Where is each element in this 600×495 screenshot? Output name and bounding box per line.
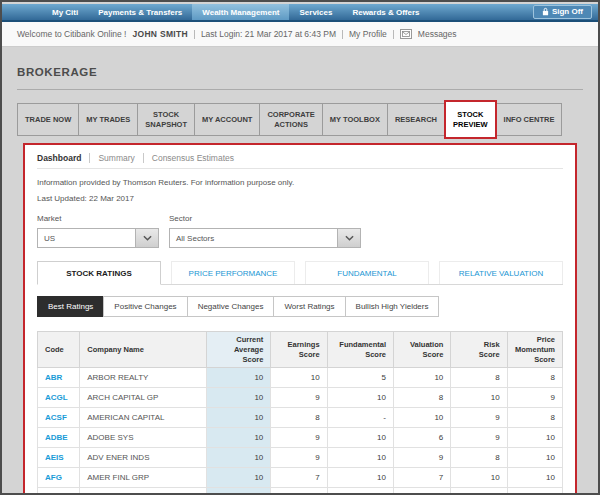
separator xyxy=(194,30,195,39)
score-cell: 10 xyxy=(206,408,270,428)
tab-stock-snapshot[interactable]: STOCK SNAPSHOT xyxy=(137,103,195,136)
column-header-price-momentum-score: Price Momentum Score xyxy=(507,332,562,368)
stock-code-link[interactable]: ADBE xyxy=(38,428,80,448)
score-cell: 9 xyxy=(271,388,327,408)
nav-item-wealth-management[interactable]: Wealth Management xyxy=(192,4,289,20)
top-navigation: My CitiPayments & TransfersWealth Manage… xyxy=(2,4,598,22)
stock-code-link[interactable]: AGM xyxy=(38,488,80,495)
filter-button-worst-ratings[interactable]: Worst Ratings xyxy=(273,296,345,317)
nav-item-rewards-offers[interactable]: Rewards & Offers xyxy=(342,4,429,20)
market-selected-value: US xyxy=(38,229,135,247)
score-cell: 9 xyxy=(507,388,562,408)
score-cell: 8 xyxy=(507,368,562,388)
score-cell: 10 xyxy=(206,368,270,388)
score-cell: 7 xyxy=(394,468,451,488)
table-row: ACSFAMERICAN CAPITAL108-1098 xyxy=(38,408,563,428)
score-cell: 10 xyxy=(394,368,451,388)
messages-link[interactable]: Messages xyxy=(418,29,457,39)
score-cell: 10 xyxy=(206,448,270,468)
score-cell: 10 xyxy=(206,388,270,408)
company-name-cell: ADOBE SYS xyxy=(80,428,207,448)
stock-code-link[interactable]: ABR xyxy=(38,368,80,388)
category-tab-relative-valuation[interactable]: RELATIVE VALUATION xyxy=(439,261,563,284)
tab-corporate-actions[interactable]: CORPORATE ACTIONS xyxy=(259,103,322,136)
welcome-bar: Welcome to Citibank Online ! JOHN SMITH … xyxy=(2,22,598,47)
column-header-code: Code xyxy=(38,332,80,368)
category-tab-stock-ratings[interactable]: STOCK RATINGS xyxy=(37,261,161,285)
table-row: ABRARBOR REALTY101051088 xyxy=(38,368,563,388)
market-label: Market xyxy=(37,214,159,223)
last-login-text: Last Login: 21 Mar 2017 at 6:43 PM xyxy=(201,29,336,39)
subnav-item-summary[interactable]: Summary xyxy=(89,153,142,163)
sector-filter: Sector All Sectors xyxy=(169,214,361,248)
stock-code-link[interactable]: ACGL xyxy=(38,388,80,408)
stock-ratings-table: CodeCompany NameCurrent Average ScoreEar… xyxy=(37,331,563,495)
score-cell: 9 xyxy=(451,428,507,448)
score-cell: 6 xyxy=(451,488,507,495)
score-cell: 10 xyxy=(271,488,327,495)
browser-viewport: My CitiPayments & TransfersWealth Manage… xyxy=(0,0,600,495)
tab-my-toolbox[interactable]: MY TOOLBOX xyxy=(322,103,388,136)
sector-dropdown[interactable]: All Sectors xyxy=(169,228,361,248)
tab-my-trades[interactable]: MY TRADES xyxy=(78,103,138,136)
filters-row: Market US Sector All Sectors xyxy=(37,214,563,248)
market-filter: Market US xyxy=(37,214,159,248)
score-cell: 8 xyxy=(507,408,562,428)
stock-code-link[interactable]: ACSF xyxy=(38,408,80,428)
lock-icon xyxy=(542,7,549,16)
company-name-cell: ARCH CAPITAL GP xyxy=(80,388,207,408)
score-cell: 10 xyxy=(327,468,393,488)
tab-my-account[interactable]: MY ACCOUNT xyxy=(194,103,260,136)
sign-off-button[interactable]: Sign Off xyxy=(533,5,592,19)
filter-button-bullish-high-yielders[interactable]: Bullish High Yielders xyxy=(345,296,440,317)
tab-info-centre[interactable]: INFO CENTRE xyxy=(496,103,563,136)
filter-button-positive-changes[interactable]: Positive Changes xyxy=(103,296,187,317)
messages-icon xyxy=(400,29,412,39)
score-cell: 10 xyxy=(507,428,562,448)
score-cell: 10 xyxy=(327,428,393,448)
table-header-row: CodeCompany NameCurrent Average ScoreEar… xyxy=(38,332,563,368)
page-title: BROKERAGE xyxy=(17,66,583,78)
title-divider xyxy=(17,89,583,90)
stock-preview-panel: DashboardSummaryConsensus Estimates Info… xyxy=(23,143,577,495)
filter-button-best-ratings[interactable]: Best Ratings xyxy=(37,296,104,317)
stock-code-link[interactable]: AFG xyxy=(38,468,80,488)
dashboard-subnav: DashboardSummaryConsensus Estimates xyxy=(37,153,563,169)
nav-item-payments-transfers[interactable]: Payments & Transfers xyxy=(88,4,192,20)
user-name: JOHN SMITH xyxy=(132,29,187,39)
subnav-item-dashboard[interactable]: Dashboard xyxy=(37,153,89,163)
provider-info-text: Information provided by Thomson Reuters.… xyxy=(37,178,563,187)
nav-item-services[interactable]: Services xyxy=(289,4,342,20)
nav-spacer xyxy=(430,4,533,20)
sector-selected-value: All Sectors xyxy=(170,229,337,247)
score-cell: 6 xyxy=(394,428,451,448)
tab-trade-now[interactable]: TRADE NOW xyxy=(17,103,79,136)
filter-button-negative-changes[interactable]: Negative Changes xyxy=(187,296,275,317)
column-header-risk-score: Risk Score xyxy=(451,332,507,368)
score-cell: 10 xyxy=(394,488,451,495)
subnav-item-consensus-estimates[interactable]: Consensus Estimates xyxy=(143,153,242,163)
welcome-greeting: Welcome to Citibank Online ! xyxy=(17,29,126,39)
nav-item-my-citi[interactable]: My Citi xyxy=(42,4,88,20)
column-header-earnings-score: Earnings Score xyxy=(271,332,327,368)
my-profile-link[interactable]: My Profile xyxy=(349,29,387,39)
column-header-current-average-score: Current Average Score xyxy=(206,332,270,368)
stock-code-link[interactable]: AEIS xyxy=(38,448,80,468)
score-cell: 10 xyxy=(451,468,507,488)
category-tabs: STOCK RATINGSPRICE PERFORMANCEFUNDAMENTA… xyxy=(37,261,563,285)
rating-filter-buttons: Best RatingsPositive ChangesNegative Cha… xyxy=(37,296,563,317)
tab-research[interactable]: RESEARCH xyxy=(387,103,445,136)
table-row: AGMFED AGRICUL MTG1010910610 xyxy=(38,488,563,495)
score-cell: 10 xyxy=(327,388,393,408)
market-dropdown[interactable]: US xyxy=(37,228,159,248)
tab-stock-preview[interactable]: STOCK PREVIEW xyxy=(444,100,497,139)
company-name-cell: FED AGRICUL MTG xyxy=(80,488,207,495)
score-cell: 10 xyxy=(271,368,327,388)
category-tab-fundamental[interactable]: FUNDAMENTAL xyxy=(305,261,429,284)
nav-items: My CitiPayments & TransfersWealth Manage… xyxy=(42,4,430,20)
category-tab-price-performance[interactable]: PRICE PERFORMANCE xyxy=(171,261,295,284)
score-cell: 10 xyxy=(206,488,270,495)
score-cell: 9 xyxy=(271,428,327,448)
score-cell: 10 xyxy=(507,468,562,488)
score-cell: 10 xyxy=(394,408,451,428)
